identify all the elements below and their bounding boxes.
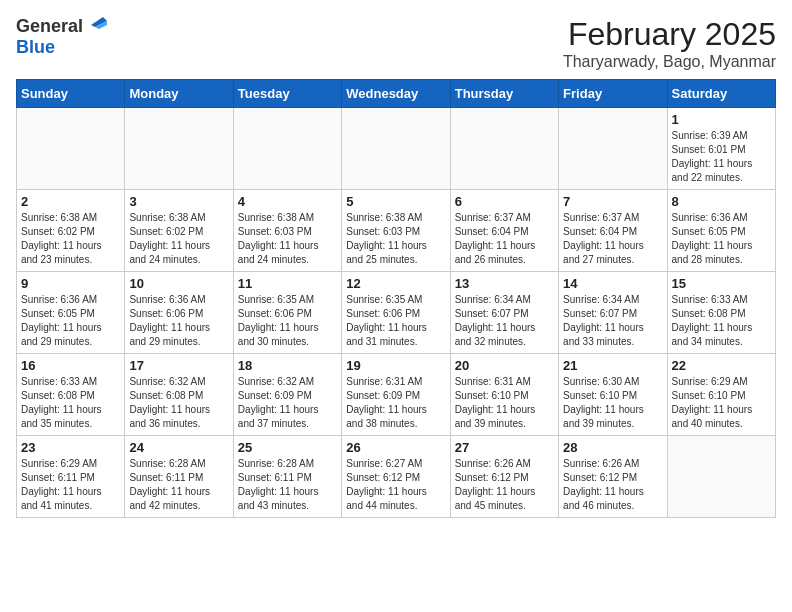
day-info: Sunrise: 6:27 AM Sunset: 6:12 PM Dayligh… — [346, 457, 445, 513]
calendar-cell: 28Sunrise: 6:26 AM Sunset: 6:12 PM Dayli… — [559, 436, 667, 518]
calendar-cell — [125, 108, 233, 190]
day-info: Sunrise: 6:38 AM Sunset: 6:03 PM Dayligh… — [238, 211, 337, 267]
day-info: Sunrise: 6:39 AM Sunset: 6:01 PM Dayligh… — [672, 129, 771, 185]
logo-bird-icon — [85, 17, 107, 33]
day-number: 22 — [672, 358, 771, 373]
title-area: February 2025 Tharyarwady, Bago, Myanmar — [563, 16, 776, 71]
weekday-header-sunday: Sunday — [17, 80, 125, 108]
calendar-cell: 25Sunrise: 6:28 AM Sunset: 6:11 PM Dayli… — [233, 436, 341, 518]
day-number: 5 — [346, 194, 445, 209]
day-number: 28 — [563, 440, 662, 455]
day-info: Sunrise: 6:36 AM Sunset: 6:05 PM Dayligh… — [21, 293, 120, 349]
day-number: 24 — [129, 440, 228, 455]
day-number: 13 — [455, 276, 554, 291]
calendar-cell: 7Sunrise: 6:37 AM Sunset: 6:04 PM Daylig… — [559, 190, 667, 272]
calendar-cell: 6Sunrise: 6:37 AM Sunset: 6:04 PM Daylig… — [450, 190, 558, 272]
day-number: 12 — [346, 276, 445, 291]
day-info: Sunrise: 6:29 AM Sunset: 6:10 PM Dayligh… — [672, 375, 771, 431]
day-info: Sunrise: 6:37 AM Sunset: 6:04 PM Dayligh… — [455, 211, 554, 267]
calendar-cell: 26Sunrise: 6:27 AM Sunset: 6:12 PM Dayli… — [342, 436, 450, 518]
weekday-header-tuesday: Tuesday — [233, 80, 341, 108]
calendar-cell — [233, 108, 341, 190]
day-info: Sunrise: 6:38 AM Sunset: 6:02 PM Dayligh… — [129, 211, 228, 267]
calendar-cell — [667, 436, 775, 518]
day-info: Sunrise: 6:36 AM Sunset: 6:05 PM Dayligh… — [672, 211, 771, 267]
calendar-cell: 4Sunrise: 6:38 AM Sunset: 6:03 PM Daylig… — [233, 190, 341, 272]
day-number: 18 — [238, 358, 337, 373]
week-row-2: 9Sunrise: 6:36 AM Sunset: 6:05 PM Daylig… — [17, 272, 776, 354]
weekday-header-row: SundayMondayTuesdayWednesdayThursdayFrid… — [17, 80, 776, 108]
day-number: 8 — [672, 194, 771, 209]
calendar-cell: 1Sunrise: 6:39 AM Sunset: 6:01 PM Daylig… — [667, 108, 775, 190]
day-info: Sunrise: 6:28 AM Sunset: 6:11 PM Dayligh… — [238, 457, 337, 513]
calendar-cell — [17, 108, 125, 190]
day-number: 7 — [563, 194, 662, 209]
weekday-header-monday: Monday — [125, 80, 233, 108]
calendar-cell: 27Sunrise: 6:26 AM Sunset: 6:12 PM Dayli… — [450, 436, 558, 518]
day-number: 15 — [672, 276, 771, 291]
day-info: Sunrise: 6:35 AM Sunset: 6:06 PM Dayligh… — [238, 293, 337, 349]
day-number: 10 — [129, 276, 228, 291]
day-number: 16 — [21, 358, 120, 373]
calendar-cell: 19Sunrise: 6:31 AM Sunset: 6:09 PM Dayli… — [342, 354, 450, 436]
calendar-cell: 5Sunrise: 6:38 AM Sunset: 6:03 PM Daylig… — [342, 190, 450, 272]
calendar-cell — [342, 108, 450, 190]
calendar-cell: 17Sunrise: 6:32 AM Sunset: 6:08 PM Dayli… — [125, 354, 233, 436]
calendar-cell: 20Sunrise: 6:31 AM Sunset: 6:10 PM Dayli… — [450, 354, 558, 436]
calendar-cell: 23Sunrise: 6:29 AM Sunset: 6:11 PM Dayli… — [17, 436, 125, 518]
day-number: 21 — [563, 358, 662, 373]
day-info: Sunrise: 6:31 AM Sunset: 6:10 PM Dayligh… — [455, 375, 554, 431]
day-number: 11 — [238, 276, 337, 291]
day-info: Sunrise: 6:26 AM Sunset: 6:12 PM Dayligh… — [455, 457, 554, 513]
logo: General Blue — [16, 16, 107, 58]
day-info: Sunrise: 6:30 AM Sunset: 6:10 PM Dayligh… — [563, 375, 662, 431]
calendar-cell: 18Sunrise: 6:32 AM Sunset: 6:09 PM Dayli… — [233, 354, 341, 436]
day-info: Sunrise: 6:28 AM Sunset: 6:11 PM Dayligh… — [129, 457, 228, 513]
calendar-cell: 12Sunrise: 6:35 AM Sunset: 6:06 PM Dayli… — [342, 272, 450, 354]
day-number: 2 — [21, 194, 120, 209]
day-info: Sunrise: 6:29 AM Sunset: 6:11 PM Dayligh… — [21, 457, 120, 513]
calendar-cell: 21Sunrise: 6:30 AM Sunset: 6:10 PM Dayli… — [559, 354, 667, 436]
day-info: Sunrise: 6:36 AM Sunset: 6:06 PM Dayligh… — [129, 293, 228, 349]
month-title: February 2025 — [563, 16, 776, 53]
location-title: Tharyarwady, Bago, Myanmar — [563, 53, 776, 71]
day-number: 23 — [21, 440, 120, 455]
calendar-cell: 8Sunrise: 6:36 AM Sunset: 6:05 PM Daylig… — [667, 190, 775, 272]
calendar-cell — [559, 108, 667, 190]
day-info: Sunrise: 6:32 AM Sunset: 6:08 PM Dayligh… — [129, 375, 228, 431]
day-number: 17 — [129, 358, 228, 373]
day-info: Sunrise: 6:34 AM Sunset: 6:07 PM Dayligh… — [455, 293, 554, 349]
day-info: Sunrise: 6:31 AM Sunset: 6:09 PM Dayligh… — [346, 375, 445, 431]
day-number: 3 — [129, 194, 228, 209]
day-number: 9 — [21, 276, 120, 291]
weekday-header-wednesday: Wednesday — [342, 80, 450, 108]
calendar-cell: 2Sunrise: 6:38 AM Sunset: 6:02 PM Daylig… — [17, 190, 125, 272]
day-info: Sunrise: 6:37 AM Sunset: 6:04 PM Dayligh… — [563, 211, 662, 267]
calendar-table: SundayMondayTuesdayWednesdayThursdayFrid… — [16, 79, 776, 518]
day-info: Sunrise: 6:32 AM Sunset: 6:09 PM Dayligh… — [238, 375, 337, 431]
calendar-cell: 9Sunrise: 6:36 AM Sunset: 6:05 PM Daylig… — [17, 272, 125, 354]
day-number: 4 — [238, 194, 337, 209]
day-number: 19 — [346, 358, 445, 373]
weekday-header-saturday: Saturday — [667, 80, 775, 108]
calendar-cell: 22Sunrise: 6:29 AM Sunset: 6:10 PM Dayli… — [667, 354, 775, 436]
day-info: Sunrise: 6:38 AM Sunset: 6:02 PM Dayligh… — [21, 211, 120, 267]
week-row-3: 16Sunrise: 6:33 AM Sunset: 6:08 PM Dayli… — [17, 354, 776, 436]
calendar-cell: 13Sunrise: 6:34 AM Sunset: 6:07 PM Dayli… — [450, 272, 558, 354]
day-number: 14 — [563, 276, 662, 291]
day-number: 1 — [672, 112, 771, 127]
day-info: Sunrise: 6:38 AM Sunset: 6:03 PM Dayligh… — [346, 211, 445, 267]
day-number: 27 — [455, 440, 554, 455]
day-info: Sunrise: 6:26 AM Sunset: 6:12 PM Dayligh… — [563, 457, 662, 513]
calendar-cell — [450, 108, 558, 190]
day-info: Sunrise: 6:35 AM Sunset: 6:06 PM Dayligh… — [346, 293, 445, 349]
week-row-4: 23Sunrise: 6:29 AM Sunset: 6:11 PM Dayli… — [17, 436, 776, 518]
weekday-header-thursday: Thursday — [450, 80, 558, 108]
weekday-header-friday: Friday — [559, 80, 667, 108]
day-number: 20 — [455, 358, 554, 373]
calendar-cell: 16Sunrise: 6:33 AM Sunset: 6:08 PM Dayli… — [17, 354, 125, 436]
calendar-cell: 15Sunrise: 6:33 AM Sunset: 6:08 PM Dayli… — [667, 272, 775, 354]
day-number: 26 — [346, 440, 445, 455]
week-row-0: 1Sunrise: 6:39 AM Sunset: 6:01 PM Daylig… — [17, 108, 776, 190]
week-row-1: 2Sunrise: 6:38 AM Sunset: 6:02 PM Daylig… — [17, 190, 776, 272]
